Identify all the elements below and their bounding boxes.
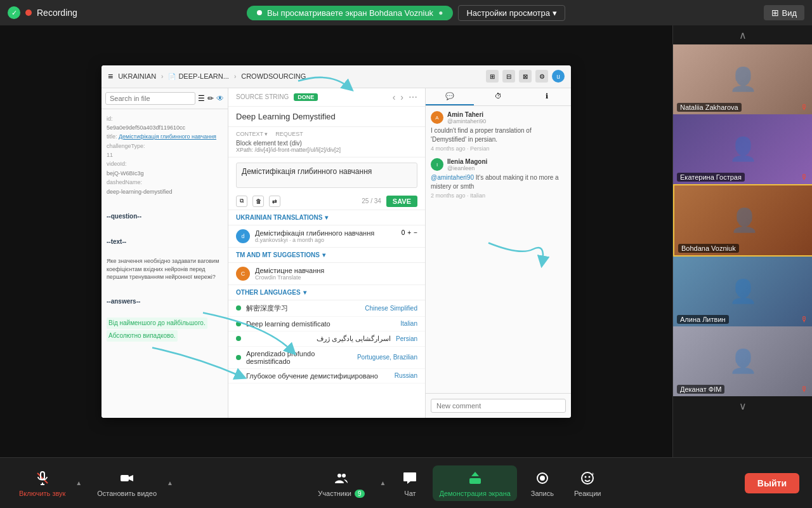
participant-muted-2: 🎙 bbox=[801, 173, 808, 182]
answer-1: Від найменшого до найбільшого. bbox=[107, 318, 207, 329]
edit-icon[interactable]: ✏ bbox=[207, 94, 214, 103]
comment-input-area bbox=[426, 393, 571, 418]
svg-marker-5 bbox=[129, 475, 133, 481]
right-panel: ∧ 👤 Nataliia Zakharova 🎙 👤 Екатерина Гос… bbox=[672, 25, 812, 457]
vote-count: 0 bbox=[402, 229, 405, 236]
participant-name-2: Екатерина Гострая bbox=[677, 173, 745, 182]
request-label: REQUEST bbox=[275, 131, 303, 137]
participant-name-3: Bohdana Vozniuk bbox=[678, 244, 739, 253]
comments-panel: 💬 ⏱ ℹ A Amin Taheri @amintaheri90 bbox=[425, 88, 571, 418]
upvote-icon[interactable]: + bbox=[407, 229, 411, 236]
reactions-icon: + bbox=[579, 469, 596, 487]
prev-icon[interactable]: ‹ bbox=[393, 92, 396, 102]
scroll-up-button[interactable]: ∧ bbox=[673, 25, 812, 44]
section-text: --text-- bbox=[107, 237, 223, 247]
svg-point-13 bbox=[585, 476, 587, 478]
suggestion-icon: C bbox=[236, 267, 250, 281]
comment-avatar-1: A bbox=[431, 111, 443, 124]
copy-icon[interactable]: ⧉ bbox=[236, 196, 247, 207]
reactions-button[interactable]: + Реакции bbox=[568, 465, 608, 501]
context-xpath: XPath: /div[4]/id-front-matter[/ul/li[2]… bbox=[236, 147, 417, 153]
layout-icon-1[interactable]: ⊞ bbox=[486, 70, 499, 83]
participant-muted-4: 🎙 bbox=[801, 315, 808, 324]
video-icon bbox=[118, 469, 136, 487]
context-element: Block element text (div) bbox=[236, 140, 417, 147]
chat-button[interactable]: Чат bbox=[395, 465, 425, 501]
scroll-down-button[interactable]: ∨ bbox=[673, 396, 812, 415]
lang-dot bbox=[236, 355, 241, 360]
more-icon[interactable]: ⋯ bbox=[409, 92, 417, 102]
tab-history[interactable]: ⏱ bbox=[474, 88, 522, 105]
translation-input[interactable]: Демістифікація глибинного навчання bbox=[236, 163, 417, 188]
next-icon[interactable]: › bbox=[400, 92, 403, 102]
eye-icon[interactable]: 👁 bbox=[216, 94, 224, 103]
comments-list: A Amin Taheri @amintaheri90 I couldn't f… bbox=[426, 106, 571, 393]
lang-dot bbox=[236, 336, 241, 341]
crowdin-sidebar: ☰ ✏ 👁 id: 5e9a0e9def50a403df119610cc tit… bbox=[102, 88, 228, 418]
user-avatar[interactable]: u bbox=[552, 70, 565, 83]
record-button[interactable]: Запись bbox=[525, 465, 560, 501]
translator-avatar: d bbox=[236, 229, 250, 243]
share-icon bbox=[466, 469, 484, 487]
search-input[interactable] bbox=[105, 92, 195, 105]
layout-icon-2[interactable]: ⊟ bbox=[502, 70, 515, 83]
exit-button[interactable]: Выйти bbox=[745, 473, 799, 493]
participants-chevron[interactable]: ▲ bbox=[379, 478, 388, 488]
suggestions-header[interactable]: TM AND MT SUGGESTIONS ▾ bbox=[228, 248, 425, 263]
suggestion-text: Демістицне навчання bbox=[255, 267, 324, 274]
hamburger-icon[interactable]: ≡ bbox=[108, 71, 113, 81]
nav-lang: UKRAINIAN bbox=[118, 72, 156, 80]
mute-icon bbox=[34, 469, 51, 487]
participants-button[interactable]: Участники 9 bbox=[311, 465, 370, 501]
new-comment-input[interactable] bbox=[431, 399, 566, 413]
video-button[interactable]: Остановить видео bbox=[91, 465, 163, 501]
svg-rect-8 bbox=[469, 478, 481, 484]
crowdin-nav: ≡ UKRAINIAN › 📄 DEEP-LEARN... › CROWDSOU… bbox=[102, 65, 571, 88]
sidebar-search: ☰ ✏ 👁 bbox=[102, 88, 228, 109]
done-badge: DONE bbox=[294, 93, 318, 101]
comment-avatar-2: I bbox=[431, 158, 443, 171]
svg-point-11 bbox=[540, 476, 545, 481]
lang-name: Portuguese, Brazilian bbox=[357, 354, 417, 361]
lang-item-1: 解密深度学习 Chinese Simplified bbox=[228, 300, 425, 317]
layout-icon-3[interactable]: ⊠ bbox=[519, 70, 532, 83]
video-chevron[interactable]: ▲ bbox=[166, 478, 174, 488]
top-bar-right: ⊞ Вид bbox=[764, 5, 804, 20]
section-answers: --answers-- bbox=[107, 297, 223, 307]
translation-meta: d.yankovskyi · a month ago bbox=[255, 237, 396, 243]
participant-item-4: 👤 Алина Литвин 🎙 bbox=[673, 257, 812, 326]
history-icon[interactable]: ⇄ bbox=[269, 196, 280, 207]
view-settings-button[interactable]: Настройки просмотра ▾ bbox=[458, 5, 565, 21]
other-languages-header[interactable]: OTHER LANGUAGES ▾ bbox=[228, 285, 425, 300]
lang-name: Chinese Simplified bbox=[365, 305, 417, 312]
tab-info[interactable]: ℹ bbox=[523, 88, 571, 105]
source-text: Deep Learning Demystified bbox=[228, 107, 425, 127]
context-label: CONTEXT ▾ bbox=[236, 131, 268, 137]
participant-name-4: Алина Литвин bbox=[677, 315, 729, 324]
lang-name: Persian bbox=[396, 335, 417, 342]
tab-comments[interactable]: 💬 bbox=[426, 88, 474, 105]
participant-item-3: 👤 Bohdana Vozniuk bbox=[673, 184, 812, 257]
comment-header-2: I Ilenia Magoni @ieanleen bbox=[431, 158, 566, 171]
downvote-icon[interactable]: − bbox=[414, 229, 417, 236]
delete-icon[interactable]: 🗑 bbox=[252, 196, 264, 207]
lang-text: 解密深度学习 bbox=[246, 304, 360, 313]
lang-text: اسرارگشایی یادگیری ژرف bbox=[246, 335, 391, 343]
lang-item-5: Глубокое обучение демистифицировано Russ… bbox=[228, 369, 425, 384]
mute-button[interactable]: Включить звук bbox=[13, 465, 72, 501]
list-icon[interactable]: ☰ bbox=[198, 94, 205, 103]
share-button[interactable]: Демонстрация экрана bbox=[433, 465, 516, 501]
mute-chevron[interactable]: ▲ bbox=[74, 478, 83, 488]
participant-item-5: 👤 Деканат ФІМ 🎙 bbox=[673, 326, 812, 396]
file-id: id: bbox=[107, 114, 223, 123]
save-button[interactable]: SAVE bbox=[386, 196, 417, 207]
participants-label: Участники 9 bbox=[318, 490, 364, 497]
lang-item-2: Deep learning demistificato Italian bbox=[228, 317, 425, 331]
settings-icon[interactable]: ⚙ bbox=[535, 70, 548, 83]
participant-item-2: 👤 Екатерина Гострая 🎙 bbox=[673, 114, 812, 184]
translations-header[interactable]: UKRAINIAN TRANSLATIONS ▾ bbox=[228, 210, 425, 225]
top-bar-center: Вы просматриваете экран Bohdana Vozniuk … bbox=[247, 5, 565, 21]
toolbar-group-center: Участники 9 ▲ Чат Демонстрация экрана bbox=[311, 465, 607, 501]
top-bar: ✓ Recording Вы просматриваете экран Bohd… bbox=[0, 0, 812, 25]
view-button[interactable]: ⊞ Вид bbox=[764, 5, 804, 20]
